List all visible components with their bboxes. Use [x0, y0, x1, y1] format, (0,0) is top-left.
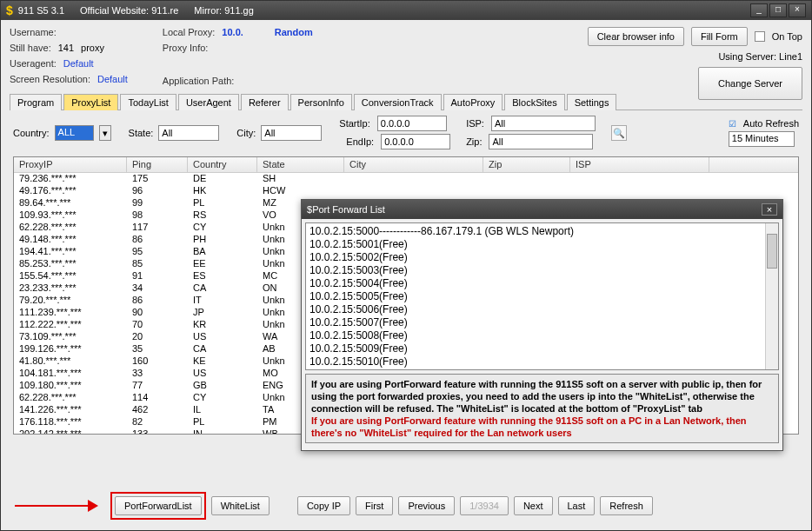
- resolution-label: Screen Resolution:: [10, 74, 90, 84]
- port-forward-entry[interactable]: 10.0.2.15:5005(Free): [309, 290, 775, 303]
- port-forward-entry[interactable]: 10.0.2.15:5011(Free): [309, 368, 775, 370]
- titlebar: $ 911 S5 3.1 Official Website: 911.re Mi…: [1, 1, 811, 20]
- state-label: State:: [129, 128, 154, 138]
- port-forward-entry[interactable]: 10.0.2.15:5000------------86.167.179.1 (…: [309, 225, 775, 238]
- tab-autoproxy[interactable]: AutoProxy: [443, 94, 503, 110]
- country-label: Country:: [13, 128, 50, 138]
- ontop-label: On Top: [772, 31, 802, 42]
- next-button[interactable]: Next: [514, 496, 553, 515]
- random-link[interactable]: Random: [275, 27, 313, 37]
- tab-blocksites[interactable]: BlockSites: [504, 94, 564, 110]
- port-forward-entry[interactable]: 10.0.2.15:5003(Free): [309, 264, 775, 277]
- refresh-button[interactable]: Refresh: [600, 496, 653, 515]
- column-header[interactable]: Zip: [483, 157, 570, 172]
- ontop-checkbox[interactable]: [755, 31, 765, 42]
- page-indicator: 1/3934: [460, 496, 509, 515]
- table-row[interactable]: 49.176.***.***96HKHCW: [14, 185, 798, 197]
- tab-settings[interactable]: Settings: [567, 94, 617, 110]
- localproxy-value: 10.0.: [222, 27, 243, 37]
- autorefresh-label: Auto Refresh: [743, 118, 799, 129]
- scrollbar[interactable]: [765, 223, 778, 369]
- change-server-button[interactable]: Change Server: [698, 67, 802, 100]
- tab-todaylist[interactable]: TodayList: [120, 94, 176, 110]
- last-button[interactable]: Last: [558, 496, 596, 515]
- port-forward-entry[interactable]: 10.0.2.15:5006(Free): [309, 303, 775, 316]
- country-select[interactable]: ALL: [55, 125, 94, 141]
- state-select[interactable]: [158, 125, 219, 141]
- dialog-title: Port Forward List: [312, 204, 385, 215]
- localproxy-label: Local Proxy:: [163, 27, 216, 37]
- mirror-label: Mirror: 911.gg: [194, 5, 253, 16]
- apppath-label: Application Path:: [163, 76, 235, 86]
- port-forward-dialog: $ Port Forward List × 10.0.2.15:5000----…: [301, 199, 783, 451]
- previous-button[interactable]: Previous: [398, 496, 455, 515]
- endip-label: EndIp:: [346, 136, 374, 147]
- filter-row: Country: ALL ▾ State: City: StartIp: End…: [10, 110, 802, 155]
- minimize-button[interactable]: _: [750, 3, 768, 17]
- website-label: Official Website: 911.re: [80, 5, 178, 16]
- clear-browser-button[interactable]: Clear browser info: [588, 27, 684, 46]
- column-header[interactable]: City: [344, 157, 483, 172]
- arrow-annotation: [10, 497, 105, 514]
- using-server-label: Using Server: Line1: [718, 51, 802, 62]
- city-select[interactable]: [261, 125, 322, 141]
- port-forward-entry[interactable]: 10.0.2.15:5009(Free): [309, 342, 775, 355]
- close-button[interactable]: ×: [789, 3, 806, 17]
- port-forward-list[interactable]: 10.0.2.15:5000------------86.167.179.1 (…: [305, 222, 779, 370]
- tab-conversiontrack[interactable]: ConversionTrack: [354, 94, 442, 110]
- column-header[interactable]: ProxyIP: [14, 157, 127, 172]
- app-title: 911 S5 3.1: [18, 5, 64, 16]
- stillhave-suffix: proxy: [81, 43, 104, 53]
- tab-proxylist[interactable]: ProxyList: [63, 94, 118, 110]
- useragent-label: Useragent:: [10, 58, 57, 69]
- dropdown-icon[interactable]: ▾: [99, 125, 111, 141]
- tab-useragent[interactable]: UserAgent: [178, 94, 239, 110]
- app-window: $ 911 S5 3.1 Official Website: 911.re Mi…: [0, 0, 812, 531]
- info-text-1: If you are using PortForward feature wit…: [311, 379, 762, 414]
- port-forward-entry[interactable]: 10.0.2.15:5004(Free): [309, 277, 775, 290]
- portforwardlist-button[interactable]: PortForwardList: [115, 496, 202, 515]
- startip-input[interactable]: [377, 116, 447, 131]
- highlight-box: PortForwardList: [110, 492, 206, 520]
- column-header[interactable]: State: [257, 157, 344, 172]
- whitelist-button[interactable]: WhiteList: [211, 496, 270, 515]
- zip-input[interactable]: [489, 134, 593, 149]
- city-label: City:: [236, 128, 256, 138]
- port-forward-entry[interactable]: 10.0.2.15:5002(Free): [309, 251, 775, 264]
- dialog-info: If you are using PortForward feature wit…: [305, 374, 779, 443]
- proxyinfo-label: Proxy Info:: [163, 43, 209, 53]
- port-forward-entry[interactable]: 10.0.2.15:5007(Free): [309, 316, 775, 329]
- resolution-link[interactable]: Default: [97, 74, 128, 84]
- app-icon: $: [6, 3, 13, 17]
- stillhave-label: Still have:: [10, 43, 51, 53]
- dialog-close-button[interactable]: ×: [762, 203, 777, 216]
- bottom-bar: PortForwardList WhiteList Copy IP First …: [10, 492, 802, 520]
- table-row[interactable]: 79.236.***.***175DESH: [14, 173, 798, 185]
- tab-personinfo[interactable]: PersonInfo: [290, 94, 352, 110]
- info-text-2: If you are using PortForward feature wit…: [311, 415, 773, 439]
- zip-label: Zip:: [466, 136, 482, 147]
- column-header[interactable]: Country: [188, 157, 257, 172]
- interval-select[interactable]: 15 Minutes: [729, 131, 795, 147]
- column-header[interactable]: Ping: [127, 157, 188, 172]
- copyip-button[interactable]: Copy IP: [297, 496, 350, 515]
- column-header[interactable]: ISP: [570, 157, 709, 172]
- port-forward-entry[interactable]: 10.0.2.15:5010(Free): [309, 355, 775, 368]
- isp-label: ISP:: [466, 118, 484, 129]
- useragent-link[interactable]: Default: [63, 58, 94, 69]
- stillhave-value: 141: [58, 43, 74, 53]
- username-label: Username:: [10, 27, 57, 37]
- port-forward-entry[interactable]: 10.0.2.15:5001(Free): [309, 238, 775, 251]
- autorefresh-checkbox[interactable]: ☑: [729, 119, 736, 129]
- fill-form-button[interactable]: Fill Form: [691, 27, 748, 46]
- maximize-button[interactable]: □: [769, 3, 787, 17]
- tab-program[interactable]: Program: [10, 94, 62, 110]
- endip-input[interactable]: [381, 134, 450, 149]
- first-button[interactable]: First: [356, 496, 393, 515]
- search-icon[interactable]: 🔍: [611, 125, 627, 141]
- tab-referer[interactable]: Referer: [241, 94, 289, 110]
- isp-input[interactable]: [491, 116, 596, 131]
- port-forward-entry[interactable]: 10.0.2.15:5008(Free): [309, 329, 775, 342]
- startip-label: StartIp:: [339, 118, 369, 129]
